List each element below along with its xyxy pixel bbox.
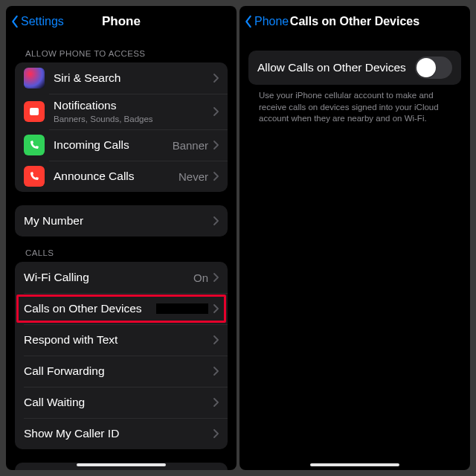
- section-header-access: ALLOW PHONE TO ACCESS: [15, 37, 228, 62]
- row-show-my-caller-id[interactable]: Show My Caller ID: [15, 418, 228, 449]
- value: Banner: [173, 139, 208, 152]
- label: Incoming Calls: [54, 138, 173, 152]
- chevron-right-icon: [213, 304, 219, 313]
- navbar: Phone Calls on Other Devices: [239, 6, 470, 37]
- svg-rect-0: [30, 108, 39, 115]
- sublabel: Banners, Sounds, Badges: [54, 115, 213, 125]
- content: ALLOW PHONE TO ACCESS Siri & Search Noti…: [6, 37, 237, 470]
- value: On: [193, 271, 208, 284]
- footer-text: Use your iPhone cellular account to make…: [248, 85, 461, 125]
- group-access: Siri & Search Notifications Banners, Sou…: [15, 62, 228, 192]
- row-respond-with-text[interactable]: Respond with Text: [15, 324, 228, 356]
- section-header-calls: CALLS: [15, 237, 228, 262]
- group-allow: Allow Calls on Other Devices: [248, 51, 461, 85]
- row-announce-calls[interactable]: Announce Calls Never: [15, 161, 228, 192]
- label: Allow Calls on Other Devices: [257, 61, 415, 75]
- chevron-right-icon: [213, 107, 219, 116]
- chevron-right-icon: [213, 335, 219, 344]
- row-allow-calls-on-other-devices[interactable]: Allow Calls on Other Devices: [248, 51, 461, 85]
- label: Calls on Other Devices: [24, 302, 156, 316]
- chevron-right-icon: [213, 141, 219, 149]
- phone-icon: [24, 135, 45, 155]
- chevron-right-icon: [213, 367, 219, 376]
- group-calls: Wi-Fi Calling On Calls on Other Devices …: [15, 262, 228, 449]
- row-call-forwarding[interactable]: Call Forwarding: [15, 356, 228, 387]
- chevron-right-icon: [213, 429, 219, 438]
- notifications-icon: [24, 101, 45, 122]
- group-mynumber: My Number: [15, 205, 228, 237]
- row-incoming-calls[interactable]: Incoming Calls Banner: [15, 129, 228, 161]
- row-call-waiting[interactable]: Call Waiting: [15, 387, 228, 418]
- back-button[interactable]: Settings: [10, 15, 64, 28]
- label: Announce Calls: [54, 170, 178, 184]
- back-button[interactable]: Phone: [244, 15, 289, 28]
- label: Wi-Fi Calling: [24, 271, 193, 285]
- row-siri-search[interactable]: Siri & Search: [15, 62, 228, 94]
- label: Respond with Text: [24, 333, 213, 347]
- label: Call Forwarding: [24, 364, 213, 379]
- row-wifi-calling[interactable]: Wi-Fi Calling On: [15, 262, 228, 293]
- label: My Number: [24, 214, 213, 228]
- content: Allow Calls on Other Devices Use your iP…: [239, 37, 470, 470]
- row-calls-on-other-devices[interactable]: Calls on Other Devices: [15, 293, 228, 324]
- chevron-right-icon: [213, 273, 219, 282]
- back-label: Settings: [21, 15, 64, 28]
- label: Siri & Search: [54, 71, 213, 86]
- chevron-right-icon: [213, 172, 219, 181]
- label: Show My Caller ID: [24, 427, 213, 441]
- value: Never: [178, 170, 208, 183]
- phone-settings-screen: Settings Phone ALLOW PHONE TO ACCESS Sir…: [6, 6, 237, 470]
- siri-icon: [24, 68, 45, 89]
- label-text: Notifications: [54, 99, 213, 113]
- home-indicator: [77, 463, 166, 466]
- row-notifications[interactable]: Notifications Banners, Sounds, Badges: [15, 94, 228, 129]
- chevron-left-icon: [10, 15, 19, 28]
- chevron-right-icon: [213, 74, 219, 83]
- announce-icon: [24, 166, 45, 187]
- back-label: Phone: [254, 15, 289, 28]
- label: Call Waiting: [24, 396, 213, 410]
- allow-toggle[interactable]: [415, 57, 452, 79]
- calls-on-other-devices-screen: Phone Calls on Other Devices Allow Calls…: [239, 6, 470, 470]
- home-indicator: [310, 463, 399, 466]
- chevron-left-icon: [244, 15, 253, 28]
- value: [156, 303, 208, 314]
- chevron-right-icon: [213, 398, 219, 407]
- page-title: Phone: [102, 14, 141, 29]
- chevron-right-icon: [213, 216, 219, 225]
- page-title: Calls on Other Devices: [290, 15, 419, 28]
- label: Notifications Banners, Sounds, Badges: [54, 99, 213, 124]
- row-my-number[interactable]: My Number: [15, 205, 228, 237]
- navbar: Settings Phone: [6, 6, 237, 37]
